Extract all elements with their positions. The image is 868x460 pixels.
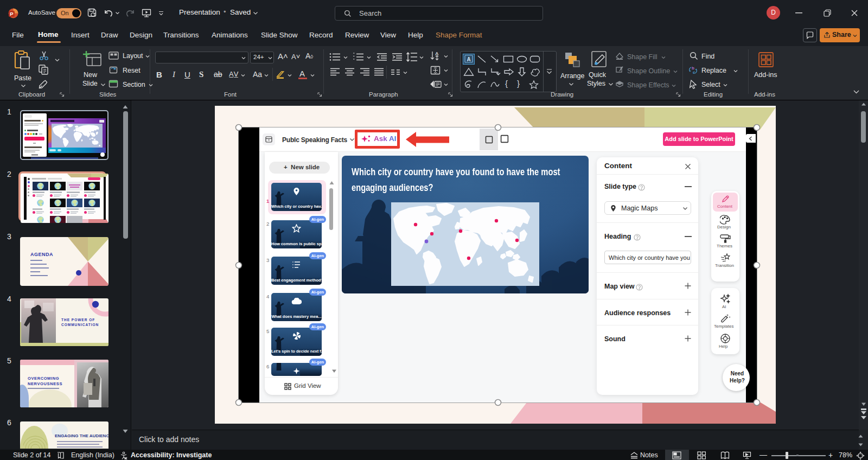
svg-text:c: c [693, 70, 695, 75]
svg-text:P: P [10, 11, 14, 17]
svg-text:A: A [467, 56, 470, 62]
